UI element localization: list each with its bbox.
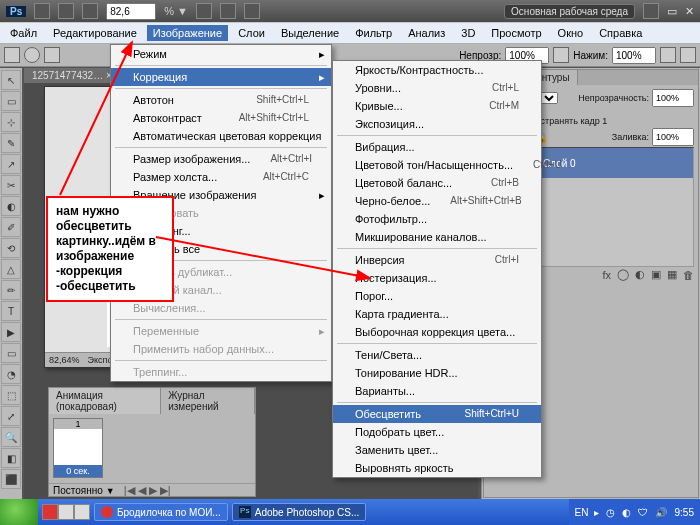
- fill-input[interactable]: [652, 128, 694, 146]
- menuitem[interactable]: Фотофильтр...: [333, 210, 541, 228]
- task-photoshop[interactable]: PsAdobe Photoshop CS...: [232, 503, 367, 521]
- pressure-opacity-icon[interactable]: [553, 47, 569, 63]
- menuitem[interactable]: Варианты...: [333, 382, 541, 400]
- tool-2[interactable]: ⊹: [1, 112, 21, 132]
- menuitem[interactable]: Постеризация...: [333, 269, 541, 287]
- zoom-input[interactable]: [106, 3, 156, 20]
- menuitem[interactable]: ИнверсияCtrl+I: [333, 251, 541, 269]
- tool-1[interactable]: ▭: [1, 91, 21, 111]
- system-tray[interactable]: EN ▸ ◷ ◐ 🛡 🔊 9:55: [569, 499, 701, 525]
- frame-1[interactable]: 1 0 сек.: [53, 418, 103, 478]
- screenmode-icon[interactable]: [244, 3, 260, 19]
- tool-18[interactable]: ◧: [1, 448, 21, 468]
- tray-icons[interactable]: ▸ ◷ ◐ 🛡 🔊: [594, 507, 668, 518]
- arrange-icon[interactable]: [220, 3, 236, 19]
- menuitem[interactable]: АвтотонShift+Ctrl+L: [111, 91, 331, 109]
- menuitem[interactable]: Микширование каналов...: [333, 228, 541, 246]
- tool-3[interactable]: ✎: [1, 133, 21, 153]
- menuitem[interactable]: АвтоконтрастAlt+Shift+Ctrl+L: [111, 109, 331, 127]
- menu-Изображение[interactable]: Изображение: [147, 25, 228, 41]
- folder-icon[interactable]: ▣: [651, 268, 661, 281]
- tab-animation[interactable]: Анимация (покадровая): [49, 388, 161, 414]
- menuitem[interactable]: Коррекция: [111, 68, 331, 86]
- brush-icon[interactable]: [24, 47, 40, 63]
- menu-Файл[interactable]: Файл: [4, 25, 43, 41]
- menuitem[interactable]: Черно-белое...Alt+Shift+Ctrl+B: [333, 192, 541, 210]
- airbrush-icon[interactable]: [660, 47, 676, 63]
- menuitem[interactable]: Подобрать цвет...: [333, 423, 541, 441]
- tool-preset-icon[interactable]: [4, 47, 20, 63]
- menu-Фильтр[interactable]: Фильтр: [349, 25, 398, 41]
- mini-bridge-icon[interactable]: [58, 3, 74, 19]
- trash-icon[interactable]: 🗑: [683, 269, 694, 281]
- menu-Справка[interactable]: Справка: [593, 25, 648, 41]
- menuitem[interactable]: Карта градиента...: [333, 305, 541, 323]
- tool-6[interactable]: ◐: [1, 196, 21, 216]
- task-opera[interactable]: Бродилочка по МОИ...: [94, 503, 228, 521]
- close-icon[interactable]: ✕: [685, 5, 694, 18]
- menuitem[interactable]: Размер изображения...Alt+Ctrl+I: [111, 150, 331, 168]
- tool-10[interactable]: ✏: [1, 280, 21, 300]
- tool-14[interactable]: ◔: [1, 364, 21, 384]
- menuitem[interactable]: Заменить цвет...: [333, 441, 541, 459]
- menuitem[interactable]: Кривые...Ctrl+M: [333, 97, 541, 115]
- mask-icon[interactable]: ◯: [617, 268, 629, 281]
- menuitem[interactable]: Вибрация...: [333, 138, 541, 156]
- layer-opacity-input[interactable]: [652, 89, 694, 107]
- ql-1[interactable]: [42, 504, 58, 520]
- tool-9[interactable]: △: [1, 259, 21, 279]
- tool-11[interactable]: T: [1, 301, 21, 321]
- adjust-icon[interactable]: ◐: [635, 268, 645, 281]
- menu-Слои[interactable]: Слои: [232, 25, 271, 41]
- menuitem[interactable]: Выборочная коррекция цвета...: [333, 323, 541, 341]
- menuitem[interactable]: Автоматическая цветовая коррекцияShift+C…: [111, 127, 331, 145]
- tool-17[interactable]: 🔍: [1, 427, 21, 447]
- tool-15[interactable]: ⬚: [1, 385, 21, 405]
- bridge-icon[interactable]: [34, 3, 50, 19]
- tool-5[interactable]: ✂: [1, 175, 21, 195]
- flow-input[interactable]: [612, 47, 656, 64]
- menuitem[interactable]: Цветовой тон/Насыщенность...Ctrl+U: [333, 156, 541, 174]
- menuitem[interactable]: Цветовой баланс...Ctrl+B: [333, 174, 541, 192]
- ql-2[interactable]: [58, 504, 74, 520]
- tool-4[interactable]: ↗: [1, 154, 21, 174]
- tool-8[interactable]: ⟲: [1, 238, 21, 258]
- menuitem[interactable]: Тонирование HDR...: [333, 364, 541, 382]
- menu-Просмотр[interactable]: Просмотр: [485, 25, 547, 41]
- loop-selector[interactable]: Постоянно: [53, 485, 103, 496]
- min-icon[interactable]: ▭: [667, 5, 677, 18]
- tool-12[interactable]: ▶: [1, 322, 21, 342]
- ql-3[interactable]: [74, 504, 90, 520]
- tab-measurement[interactable]: Журнал измерений: [161, 388, 255, 414]
- hand-icon[interactable]: [196, 3, 212, 19]
- tool-16[interactable]: ⤢: [1, 406, 21, 426]
- menuitem[interactable]: Выровнять яркость: [333, 459, 541, 477]
- menu-Анализ[interactable]: Анализ: [402, 25, 451, 41]
- document-tab[interactable]: 12571477432… ×: [24, 68, 120, 83]
- menuitem[interactable]: Размер холста...Alt+Ctrl+C: [111, 168, 331, 186]
- menuitem[interactable]: Экспозиция...: [333, 115, 541, 133]
- clock[interactable]: 9:55: [675, 507, 694, 518]
- menuitem[interactable]: Порог...: [333, 287, 541, 305]
- menuitem[interactable]: Тени/Света...: [333, 346, 541, 364]
- playback-controls[interactable]: |◀ ◀ ▶ ▶|: [124, 484, 171, 497]
- menuitem[interactable]: Яркость/Контрастность...: [333, 61, 541, 79]
- start-button[interactable]: [0, 499, 38, 525]
- tool-0[interactable]: ↖: [1, 70, 21, 90]
- cs-live-icon[interactable]: [643, 3, 659, 19]
- new-layer-icon[interactable]: ▦: [667, 268, 677, 281]
- zoom-level[interactable]: 82,64%: [49, 355, 80, 365]
- lang-icon[interactable]: EN: [575, 507, 589, 518]
- menu-Редактирование[interactable]: Редактирование: [47, 25, 143, 41]
- fx-icon[interactable]: fx: [602, 269, 611, 281]
- menuitem[interactable]: Режим: [111, 45, 331, 63]
- view-extras-icon[interactable]: [82, 3, 98, 19]
- tool-13[interactable]: ▭: [1, 343, 21, 363]
- menu-Окно[interactable]: Окно: [552, 25, 590, 41]
- pressure-size-icon[interactable]: [680, 47, 696, 63]
- brush-preset-icon[interactable]: [44, 47, 60, 63]
- workspace-pill[interactable]: Основная рабочая среда: [504, 4, 635, 19]
- menuitem[interactable]: Уровни...Ctrl+L: [333, 79, 541, 97]
- tool-19[interactable]: ⬛: [1, 469, 21, 489]
- frame-time[interactable]: 0 сек.: [54, 465, 102, 477]
